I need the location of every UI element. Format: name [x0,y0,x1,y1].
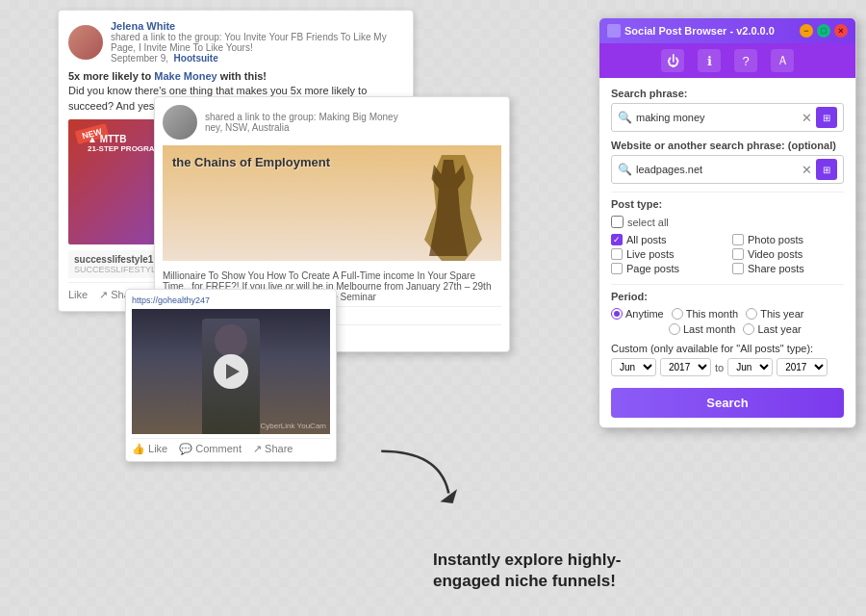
select-all-label: select all [627,217,669,228]
share-posts-label: Share posts [748,263,804,274]
minimize-button[interactable]: − [800,24,813,38]
live-posts-label: Live posts [626,248,675,260]
date-to-label: to [715,362,724,373]
radio-this-month: This month [672,308,738,320]
custom-label: Custom (only available for "All posts" t… [611,343,813,354]
fb-location: ney, NSW, Australia [205,122,290,133]
checkbox-share-posts: Share posts [732,263,844,274]
arrow-decoration [370,443,476,510]
spb-titlebar: Social Post Browser - v2.0.0.0 − □ × [599,18,855,43]
period-label: Period: [611,291,844,302]
optional-label: Website or another search phrase: (optio… [611,140,844,151]
last-month-label: Last month [683,323,735,335]
video-thumbnail: CyberLink YouCam [132,309,330,434]
anytime-radio[interactable] [611,308,623,320]
radio-this-year: This year [746,308,803,320]
video-posts-label: Video posts [748,248,802,260]
from-year-select[interactable]: 2017 [660,358,711,376]
checkbox-all-posts: ✓ All posts [611,234,723,245]
settings-icon[interactable]: Ａ [771,49,794,72]
optional-input-row: 🔍 ✕ ⊞ [611,155,844,184]
divider-2 [611,284,844,285]
divider-1 [611,192,844,192]
search-icon: 🔍 [618,111,632,124]
optional-clear-icon[interactable]: ✕ [802,163,812,177]
play-triangle-icon [226,364,240,379]
page-posts-checkbox[interactable] [611,263,623,274]
post-type-checkboxes: ✓ All posts Photo posts Live posts Video… [611,234,844,274]
fb-link-text: Make Money [154,70,216,82]
fb-action-text: shared a link to the group: You Invite Y… [111,32,387,53]
search-phrase-label: Search phrase: [611,88,844,99]
video-actions: 👍 Like 💬 Comment ↗ Share [132,438,330,455]
spb-body: Search phrase: 🔍 ✕ ⊞ Website or another … [599,78,855,427]
mttb-logo: ▲ MTTB 21-STEP PROGRAM [88,134,161,153]
photo-posts-label: Photo posts [748,234,803,245]
info-icon[interactable]: ℹ [698,49,721,72]
video-like-btn[interactable]: 👍 Like [132,443,167,455]
spb-panel: Social Post Browser - v2.0.0.0 − □ × ⏻ ℹ… [599,17,856,428]
spb-app-icon [607,24,621,38]
all-posts-checkbox[interactable]: ✓ [611,234,623,245]
power-icon[interactable]: ⏻ [661,49,684,72]
optional-input[interactable] [636,164,802,175]
checkbox-page-posts: Page posts [611,263,723,274]
search-phrase-input[interactable] [636,112,802,123]
post-type-label: Post type: [611,198,844,210]
fb-post-header-2: shared a link to the group: Making Big M… [163,105,501,140]
radio-anytime: Anytime [611,308,664,320]
spb-window-controls: − □ × [800,24,848,38]
maximize-button[interactable]: □ [817,24,830,38]
live-posts-checkbox[interactable] [611,248,623,260]
mttb-label: ▲ MTTB [88,134,161,144]
fb-post-header-1: Jelena White shared a link to the group:… [68,20,403,64]
fb-like-btn[interactable]: Like [68,289,88,301]
select-all-checkbox[interactable] [611,216,624,228]
chains-image: the Chains of Employment [163,145,501,261]
checkbox-video-posts: Video posts [732,248,844,260]
to-year-select[interactable]: 2017 [777,358,828,376]
person-head [215,324,247,357]
spb-toolbar: ⏻ ℹ ? Ａ [599,43,855,78]
anytime-label: Anytime [625,308,664,320]
date-row: Jun 2017 to Jun 2017 [611,358,844,376]
checkbox-live-posts: Live posts [611,248,723,260]
to-month-select[interactable]: Jun [727,358,773,376]
search-button[interactable]: Search [611,388,844,418]
from-month-select[interactable]: Jun [611,358,656,376]
fb-post-meta: shared a link to the group: You Invite Y… [111,32,403,64]
bottom-promo-text: Instantly explore highly-engaged niche f… [433,550,625,592]
fb-source: Hootsuite [174,53,218,64]
video-share-btn[interactable]: ↗ Share [253,443,293,455]
avatar-2 [163,105,197,140]
search-clear-icon[interactable]: ✕ [802,111,812,125]
all-posts-label: All posts [626,234,667,245]
period-row-2: Last month Last year [611,323,844,335]
fb-action-2: shared a link to the group: Making Big M… [205,112,398,122]
radio-last-year: Last year [743,323,801,335]
spb-title-left: Social Post Browser - v2.0.0.0 [607,24,775,38]
period-section: Period: Anytime This month This year [611,291,844,335]
search-phrase-input-row: 🔍 ✕ ⊞ [611,103,844,132]
photo-posts-checkbox[interactable] [732,234,744,245]
select-all-row: select all [611,216,844,228]
search-grid-button[interactable]: ⊞ [816,107,837,128]
help-icon[interactable]: ? [734,49,757,72]
play-button[interactable] [214,354,248,389]
last-month-radio[interactable] [669,323,680,335]
optional-search-icon: 🔍 [618,163,632,176]
period-row-1: Anytime This month This year [611,308,844,320]
fb-username: Jelena White [111,20,403,32]
share-posts-checkbox[interactable] [732,263,744,274]
close-button[interactable]: × [834,24,848,38]
last-year-label: Last year [757,323,801,335]
checkbox-photo-posts: Photo posts [732,234,844,245]
optional-grid-button[interactable]: ⊞ [816,159,837,180]
fb-video-card: https://gohealthy247 CyberLink YouCam 👍 … [125,289,337,462]
fb-date: September 9, [111,53,168,64]
video-comment-btn[interactable]: 💬 Comment [179,443,242,455]
this-year-radio[interactable] [746,308,757,320]
last-year-radio[interactable] [743,323,754,335]
video-posts-checkbox[interactable] [732,248,744,260]
this-month-radio[interactable] [672,308,683,320]
